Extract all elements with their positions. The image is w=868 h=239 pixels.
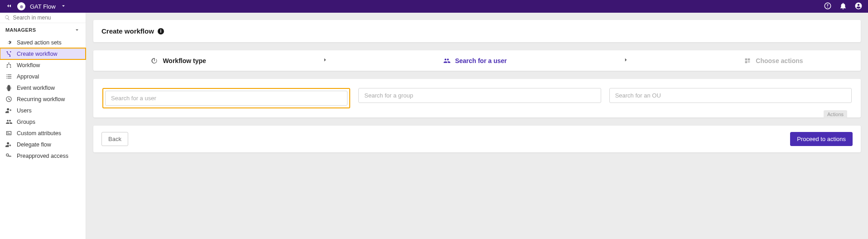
account-icon[interactable] <box>854 2 863 11</box>
collapse-sidebar-icon[interactable] <box>5 2 13 11</box>
app-switcher-chevron-icon[interactable] <box>60 3 67 10</box>
sidebar-item-label: Preapproved access <box>17 153 68 159</box>
topbar: ◎ GAT Flow <box>0 0 868 13</box>
arrow-right-icon <box>622 57 629 64</box>
sidebar-item-custom-attributes[interactable]: Custom attributes <box>0 127 86 139</box>
card-icon <box>5 130 12 137</box>
sidebar-item-delegate-flow[interactable]: Delegate flow <box>0 139 86 150</box>
search-group-input[interactable] <box>358 88 601 103</box>
search-group-box <box>358 88 601 108</box>
sidebar-item-label: Create workflow <box>17 51 58 57</box>
actions-hint-badge: Actions <box>824 110 847 118</box>
sidebar-item-label: Delegate flow <box>17 141 51 148</box>
search-icon <box>5 15 10 21</box>
sidebar-item-groups[interactable]: Groups <box>0 116 86 127</box>
sidebar-section-managers[interactable]: MANAGERS <box>0 23 86 37</box>
search-card <box>93 79 861 117</box>
page-title: Create workflow <box>101 27 154 35</box>
step-label: Choose actions <box>756 57 803 64</box>
tree-icon <box>5 62 12 68</box>
sidebar-item-saved-action-sets[interactable]: Saved action sets <box>0 37 86 48</box>
step-label: Search for a user <box>455 57 506 64</box>
page-title-card: Create workflow i <box>93 20 861 42</box>
delegate-icon <box>5 141 12 148</box>
search-ou-input[interactable] <box>609 88 852 103</box>
sidebar-item-label: Users <box>17 107 32 114</box>
sidebar-item-label: Custom attributes <box>17 130 61 137</box>
checklist-icon <box>5 73 12 80</box>
sidebar-item-recurring-workflow[interactable]: Recurring workflow <box>0 93 86 105</box>
clock-icon <box>5 96 12 102</box>
branch-icon <box>5 50 12 57</box>
sidebar-item-approval[interactable]: Approval <box>0 71 86 82</box>
sidebar-item-label: Workflow <box>17 62 40 68</box>
bug-icon <box>5 84 12 91</box>
app-logo: ◎ <box>17 2 25 10</box>
chevron-down-icon <box>74 27 80 33</box>
info-icon[interactable]: i <box>158 28 164 34</box>
key-icon <box>5 152 12 159</box>
gear-icon <box>5 39 12 46</box>
sidebar-item-label: Recurring workflow <box>17 96 65 102</box>
sidebar-item-create-workflow[interactable]: Create workflow <box>0 48 86 59</box>
sidebar-section-label: MANAGERS <box>5 27 36 33</box>
search-ou-box <box>609 88 852 108</box>
step-workflow-type[interactable]: Workflow type <box>151 57 206 64</box>
sidebar-item-label: Saved action sets <box>17 39 62 46</box>
sidebar-item-label: Groups <box>17 119 35 125</box>
menu-search-input[interactable] <box>13 15 81 21</box>
sidebar-item-label: Approval <box>17 73 39 80</box>
actions-icon <box>744 57 751 64</box>
notifications-icon[interactable] <box>839 2 847 11</box>
people-icon <box>443 57 450 64</box>
stepper-card: Workflow type Search for a user Choose a… <box>93 50 861 71</box>
user-plus-icon <box>5 107 12 114</box>
search-user-input[interactable] <box>105 91 347 106</box>
sidebar-item-users[interactable]: Users <box>0 105 86 116</box>
sidebar-item-event-workflow[interactable]: Event workflow <box>0 82 86 93</box>
step-search-user[interactable]: Search for a user <box>443 57 506 64</box>
step-choose-actions: Choose actions <box>744 57 803 64</box>
search-user-box <box>102 88 350 108</box>
help-icon[interactable] <box>824 2 832 11</box>
sidebar: MANAGERS Saved action sets Create workfl… <box>0 13 86 239</box>
group-icon <box>5 118 12 125</box>
step-label: Workflow type <box>163 57 206 64</box>
sidebar-item-label: Event workflow <box>17 85 55 91</box>
proceed-button[interactable]: Proceed to actions <box>790 132 853 146</box>
arrow-right-icon <box>322 57 328 64</box>
sidebar-item-workflow[interactable]: Workflow <box>0 59 86 71</box>
power-icon <box>151 57 158 64</box>
menu-search[interactable] <box>0 13 86 23</box>
back-button[interactable]: Back <box>101 132 128 146</box>
footer-card: Back Proceed to actions <box>93 126 861 152</box>
app-name: GAT Flow <box>30 3 56 10</box>
sidebar-item-preapproved-access[interactable]: Preapproved access <box>0 150 86 161</box>
main-content: Create workflow i Workflow type Search f… <box>86 13 868 239</box>
